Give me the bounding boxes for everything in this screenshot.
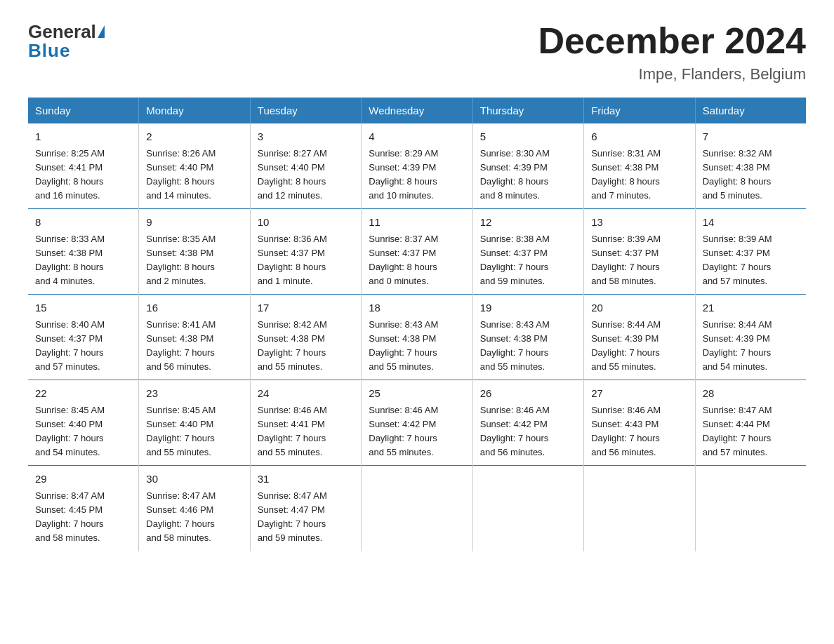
header-tuesday: Tuesday [250, 98, 361, 123]
day-number: 14 [703, 215, 799, 231]
day-cell: 1Sunrise: 8:25 AM Sunset: 4:41 PM Daylig… [28, 123, 139, 209]
day-number: 22 [35, 386, 131, 402]
day-info: Sunrise: 8:32 AM Sunset: 4:38 PM Dayligh… [703, 147, 799, 203]
day-number: 4 [369, 129, 465, 145]
day-cell [695, 466, 806, 551]
calendar-table: SundayMondayTuesdayWednesdayThursdayFrid… [28, 98, 806, 551]
day-number: 3 [258, 129, 354, 145]
day-number: 12 [480, 215, 576, 231]
day-info: Sunrise: 8:45 AM Sunset: 4:40 PM Dayligh… [35, 403, 131, 460]
day-info: Sunrise: 8:40 AM Sunset: 4:37 PM Dayligh… [35, 318, 131, 375]
day-info: Sunrise: 8:38 AM Sunset: 4:37 PM Dayligh… [480, 232, 576, 289]
week-row-5: 29Sunrise: 8:47 AM Sunset: 4:45 PM Dayli… [28, 466, 806, 551]
day-cell: 20Sunrise: 8:44 AM Sunset: 4:39 PM Dayli… [584, 295, 695, 380]
day-info: Sunrise: 8:47 AM Sunset: 4:45 PM Dayligh… [35, 489, 131, 546]
logo: General Blue [28, 21, 105, 62]
day-info: Sunrise: 8:39 AM Sunset: 4:37 PM Dayligh… [703, 232, 799, 289]
header-row: SundayMondayTuesdayWednesdayThursdayFrid… [28, 98, 806, 123]
day-info: Sunrise: 8:46 AM Sunset: 4:42 PM Dayligh… [369, 403, 465, 460]
day-number: 18 [369, 300, 465, 316]
day-info: Sunrise: 8:43 AM Sunset: 4:38 PM Dayligh… [369, 318, 465, 375]
day-number: 21 [703, 300, 799, 316]
day-number: 30 [146, 471, 242, 488]
day-info: Sunrise: 8:45 AM Sunset: 4:40 PM Dayligh… [146, 403, 242, 460]
day-number: 2 [146, 129, 242, 145]
day-number: 23 [146, 386, 242, 402]
day-info: Sunrise: 8:44 AM Sunset: 4:39 PM Dayligh… [591, 318, 687, 375]
day-cell: 8Sunrise: 8:33 AM Sunset: 4:38 PM Daylig… [28, 209, 139, 295]
day-cell: 31Sunrise: 8:47 AM Sunset: 4:47 PM Dayli… [250, 466, 361, 551]
week-row-3: 15Sunrise: 8:40 AM Sunset: 4:37 PM Dayli… [28, 295, 806, 380]
day-cell: 11Sunrise: 8:37 AM Sunset: 4:37 PM Dayli… [362, 209, 472, 295]
day-number: 7 [703, 129, 799, 145]
day-number: 29 [35, 471, 131, 488]
day-info: Sunrise: 8:37 AM Sunset: 4:37 PM Dayligh… [369, 232, 465, 289]
day-cell: 16Sunrise: 8:41 AM Sunset: 4:38 PM Dayli… [139, 295, 250, 380]
day-cell: 21Sunrise: 8:44 AM Sunset: 4:39 PM Dayli… [695, 295, 806, 380]
day-cell: 30Sunrise: 8:47 AM Sunset: 4:46 PM Dayli… [139, 466, 250, 551]
day-cell [584, 466, 695, 551]
day-number: 19 [480, 300, 576, 316]
day-cell: 7Sunrise: 8:32 AM Sunset: 4:38 PM Daylig… [695, 123, 806, 209]
day-cell [472, 466, 583, 551]
day-cell: 12Sunrise: 8:38 AM Sunset: 4:37 PM Dayli… [472, 209, 583, 295]
day-info: Sunrise: 8:46 AM Sunset: 4:43 PM Dayligh… [591, 403, 687, 460]
header-saturday: Saturday [695, 98, 806, 123]
day-info: Sunrise: 8:46 AM Sunset: 4:41 PM Dayligh… [258, 403, 354, 460]
day-info: Sunrise: 8:26 AM Sunset: 4:40 PM Dayligh… [146, 147, 242, 203]
day-cell: 24Sunrise: 8:46 AM Sunset: 4:41 PM Dayli… [250, 380, 361, 466]
day-info: Sunrise: 8:41 AM Sunset: 4:38 PM Dayligh… [146, 318, 242, 375]
day-number: 11 [369, 215, 465, 231]
day-info: Sunrise: 8:33 AM Sunset: 4:38 PM Dayligh… [35, 232, 131, 289]
day-cell: 17Sunrise: 8:42 AM Sunset: 4:38 PM Dayli… [250, 295, 361, 380]
day-info: Sunrise: 8:25 AM Sunset: 4:41 PM Dayligh… [35, 147, 131, 203]
day-number: 26 [480, 386, 576, 402]
day-number: 20 [591, 300, 687, 316]
title-section: December 2024 Impe, Flanders, Belgium [538, 21, 806, 83]
day-cell: 6Sunrise: 8:31 AM Sunset: 4:38 PM Daylig… [584, 123, 695, 209]
day-number: 31 [258, 471, 354, 488]
day-number: 28 [703, 386, 799, 402]
logo-triangle-icon [98, 25, 105, 38]
day-number: 16 [146, 300, 242, 316]
day-info: Sunrise: 8:47 AM Sunset: 4:47 PM Dayligh… [258, 489, 354, 546]
day-number: 25 [369, 386, 465, 402]
day-cell: 27Sunrise: 8:46 AM Sunset: 4:43 PM Dayli… [584, 380, 695, 466]
day-info: Sunrise: 8:35 AM Sunset: 4:38 PM Dayligh… [146, 232, 242, 289]
day-cell: 19Sunrise: 8:43 AM Sunset: 4:38 PM Dayli… [472, 295, 583, 380]
day-cell: 3Sunrise: 8:27 AM Sunset: 4:40 PM Daylig… [250, 123, 361, 209]
day-info: Sunrise: 8:46 AM Sunset: 4:42 PM Dayligh… [480, 403, 576, 460]
day-cell: 5Sunrise: 8:30 AM Sunset: 4:39 PM Daylig… [472, 123, 583, 209]
day-info: Sunrise: 8:42 AM Sunset: 4:38 PM Dayligh… [258, 318, 354, 375]
day-info: Sunrise: 8:27 AM Sunset: 4:40 PM Dayligh… [258, 147, 354, 203]
day-number: 24 [258, 386, 354, 402]
day-cell: 9Sunrise: 8:35 AM Sunset: 4:38 PM Daylig… [139, 209, 250, 295]
day-number: 5 [480, 129, 576, 145]
day-number: 17 [258, 300, 354, 316]
day-info: Sunrise: 8:30 AM Sunset: 4:39 PM Dayligh… [480, 147, 576, 203]
day-cell: 10Sunrise: 8:36 AM Sunset: 4:37 PM Dayli… [250, 209, 361, 295]
day-number: 8 [35, 215, 131, 231]
day-info: Sunrise: 8:44 AM Sunset: 4:39 PM Dayligh… [703, 318, 799, 375]
day-cell: 26Sunrise: 8:46 AM Sunset: 4:42 PM Dayli… [472, 380, 583, 466]
day-cell: 14Sunrise: 8:39 AM Sunset: 4:37 PM Dayli… [695, 209, 806, 295]
day-cell: 25Sunrise: 8:46 AM Sunset: 4:42 PM Dayli… [362, 380, 472, 466]
day-cell: 28Sunrise: 8:47 AM Sunset: 4:44 PM Dayli… [695, 380, 806, 466]
day-number: 15 [35, 300, 131, 316]
day-info: Sunrise: 8:36 AM Sunset: 4:37 PM Dayligh… [258, 232, 354, 289]
day-number: 9 [146, 215, 242, 231]
day-info: Sunrise: 8:47 AM Sunset: 4:44 PM Dayligh… [703, 403, 799, 460]
day-cell [362, 466, 472, 551]
day-info: Sunrise: 8:43 AM Sunset: 4:38 PM Dayligh… [480, 318, 576, 375]
day-cell: 15Sunrise: 8:40 AM Sunset: 4:37 PM Dayli… [28, 295, 139, 380]
day-info: Sunrise: 8:31 AM Sunset: 4:38 PM Dayligh… [591, 147, 687, 203]
header-friday: Friday [584, 98, 695, 123]
day-number: 27 [591, 386, 687, 402]
header-wednesday: Wednesday [362, 98, 472, 123]
day-number: 1 [35, 129, 131, 145]
day-number: 6 [591, 129, 687, 145]
subtitle: Impe, Flanders, Belgium [538, 65, 806, 83]
day-cell: 22Sunrise: 8:45 AM Sunset: 4:40 PM Dayli… [28, 380, 139, 466]
day-number: 13 [591, 215, 687, 231]
week-row-1: 1Sunrise: 8:25 AM Sunset: 4:41 PM Daylig… [28, 123, 806, 209]
